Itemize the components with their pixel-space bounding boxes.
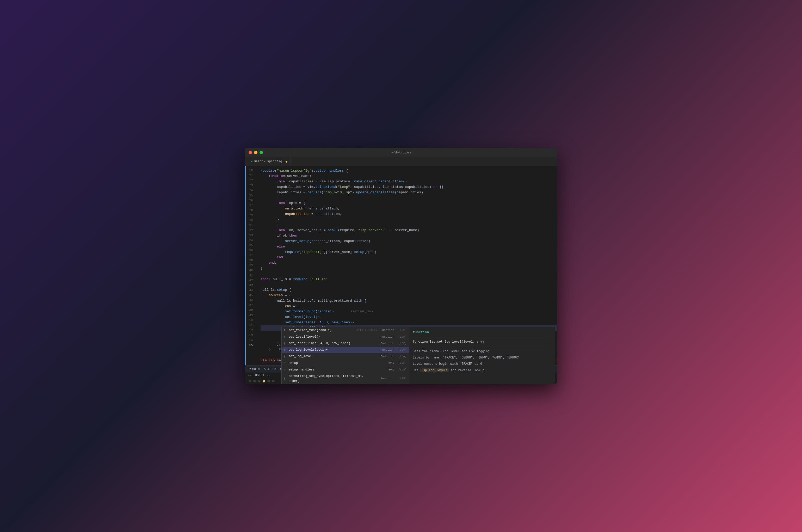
ln-33: 33 bbox=[245, 233, 253, 238]
ac-kind-3: Function bbox=[380, 348, 394, 353]
code-line-42: null_ls.setup { bbox=[261, 287, 557, 293]
ac-item-3[interactable]: ƒ set_log_level(level)~ Function [LSP] bbox=[282, 347, 409, 353]
status-branch: ⎇ main bbox=[248, 367, 260, 371]
dot-3 bbox=[258, 380, 261, 382]
ln-42: 42 bbox=[245, 278, 253, 283]
file-type-icon: ω bbox=[251, 160, 252, 163]
ln-50: 50 bbox=[245, 318, 253, 323]
code-line-34: else bbox=[261, 244, 557, 250]
ac-name-2: set_lines(lines, A, B, new_lines)~ bbox=[288, 341, 378, 346]
window-title: ~/dotfiles bbox=[391, 151, 411, 154]
ac-item-1[interactable]: ƒ set_level(level)~ Function [LSP] bbox=[282, 334, 409, 340]
ln-41: 41 bbox=[245, 273, 253, 278]
ac-item-0[interactable]: ƒ set_format_func(handle)~ PRETTIER_ONLY… bbox=[282, 327, 409, 334]
detail-desc-4: Use lsp.log_levels for reverse lookup. bbox=[413, 368, 551, 373]
tab-mason-lspconfig[interactable]: ω mason-lspconfig… bbox=[248, 157, 291, 166]
code-line-44: null_ls.builtins.formatting.prettierd.wi… bbox=[261, 298, 557, 304]
ac-source-2: [LSP] bbox=[396, 341, 407, 346]
minimize-button[interactable] bbox=[254, 151, 257, 154]
code-line-46: set_format_func(handle)~ PRETTIER_ONLY bbox=[261, 309, 557, 315]
ac-item-6[interactable]: π setup_handlers Text [BUF] bbox=[282, 366, 409, 373]
code-line-28: capabilities = capabilities, bbox=[261, 212, 557, 217]
ac-kind-4: Function bbox=[380, 354, 394, 359]
ac-kind-1: Function bbox=[380, 335, 394, 340]
ln-55: 55 bbox=[245, 343, 253, 348]
ac-source-1: [LSP] bbox=[396, 335, 407, 340]
dot-1 bbox=[249, 380, 251, 382]
code-line-43: sources = { bbox=[261, 293, 557, 298]
ln-26: 26 bbox=[245, 198, 253, 203]
code-line-24: capabilities = require("cmp_nvim_lsp").u… bbox=[261, 190, 557, 195]
ln-52: 52 bbox=[245, 328, 253, 333]
ac-kind-6: Text bbox=[381, 367, 394, 372]
detail-signature: function lsp.set_log_level(level: any) bbox=[413, 340, 551, 344]
function-icon: ƒ bbox=[284, 328, 286, 333]
code-line-45: env = { bbox=[261, 304, 557, 309]
line-numbers: 20 21 22 23 24 25 26 27 28 29 30 31 32 3… bbox=[245, 166, 257, 365]
ln-38: 38 bbox=[245, 258, 253, 263]
ln-27: 27 bbox=[245, 203, 253, 208]
ac-kind-0: Function bbox=[380, 328, 394, 333]
maximize-button[interactable] bbox=[260, 151, 263, 154]
ln-54: 54 bbox=[245, 338, 253, 343]
code-line-35: require("lspconfig")[server_name].setup(… bbox=[261, 250, 557, 255]
function-icon-4: ƒ bbox=[284, 354, 286, 359]
file-edit-icon: ✎ bbox=[264, 367, 266, 371]
unsaved-indicator bbox=[286, 161, 287, 163]
ln-32: 32 bbox=[245, 228, 253, 233]
ac-item-4[interactable]: ƒ set_log_level Function [Lua] bbox=[282, 353, 409, 360]
dot-5 bbox=[267, 380, 270, 382]
ln-35: 35 bbox=[245, 243, 253, 248]
code-line-22: local capabilities = vim.lsp.protocol.ma… bbox=[261, 179, 557, 185]
ln-37: 37 bbox=[245, 253, 253, 258]
ln-39: 39 bbox=[245, 263, 253, 268]
editor-area: 20 21 22 23 24 25 26 27 28 29 30 31 32 3… bbox=[245, 166, 557, 365]
function-icon-3: ƒ bbox=[284, 348, 286, 353]
ac-name-3: set_log_level(level)~ bbox=[288, 347, 378, 353]
ln-31: 31 bbox=[245, 223, 253, 228]
ac-source-7: [LSP] bbox=[396, 377, 407, 381]
ln-25: 25 bbox=[245, 193, 253, 198]
code-line-26: local opts = { bbox=[261, 201, 557, 206]
left-indicator bbox=[245, 166, 246, 365]
ac-source-0: [LSP] bbox=[396, 328, 407, 333]
ac-item-7[interactable]: ƒ formatting_seq_sync(options, timeout_m… bbox=[282, 373, 409, 384]
ln-28: 28 bbox=[245, 208, 253, 213]
close-button[interactable] bbox=[249, 151, 252, 154]
ac-source-3: [LSP] bbox=[396, 348, 407, 353]
code-line-33: server_setup(enhance_attach, capabilitie… bbox=[261, 239, 557, 244]
code-line-48: set_lines(lines, A, B, new_lines)~ bbox=[261, 320, 557, 325]
detail-desc-1: Sets the global log level for LSP loggin… bbox=[413, 349, 551, 354]
code-line-23: capabilities = vim.tbl_extend("keep", ca… bbox=[261, 185, 557, 190]
ln-30: 30 bbox=[245, 218, 253, 223]
ln-36: 36 bbox=[245, 248, 253, 253]
ac-suffix-0: PRETTIER_ONLY bbox=[357, 328, 377, 332]
branch-icon: ⎇ bbox=[248, 367, 251, 371]
ac-name-7: formatting_seq_sync(options, timeout_ms,… bbox=[288, 374, 378, 384]
ac-item-5[interactable]: π setup Text [BUF] bbox=[282, 360, 409, 366]
ac-kind-5: Text bbox=[381, 361, 394, 365]
ln-34: 34 bbox=[245, 238, 253, 243]
ac-item-2[interactable]: ƒ set_lines(lines, A, B, new_lines)~ Fun… bbox=[282, 340, 409, 347]
ln-24: 24 bbox=[245, 188, 253, 193]
ac-kind-7: Function bbox=[380, 377, 394, 381]
editor-window: ~/dotfiles ω mason-lspconfig… 20 21 22 2… bbox=[245, 148, 557, 384]
ln-22: 22 bbox=[245, 178, 253, 183]
detail-desc-2: Levels by name: "TRACE", "DEBUG", "INFO"… bbox=[413, 355, 551, 360]
autocomplete-popup: ƒ set_format_func(handle)~ PRETTIER_ONLY… bbox=[281, 327, 555, 384]
ln-44: 44 bbox=[245, 288, 253, 293]
traffic-lights bbox=[249, 151, 263, 154]
code-line-40: local null_ls = require "null-ls" bbox=[261, 277, 557, 282]
titlebar: ~/dotfiles bbox=[245, 148, 557, 157]
ln-43: 43 bbox=[245, 283, 253, 288]
ln-47: 47 bbox=[245, 303, 253, 308]
code-line-20: require("mason-lspconfig").setup_handler… bbox=[261, 168, 557, 174]
detail-divider-2 bbox=[413, 347, 551, 347]
ln-48: 48 bbox=[245, 308, 253, 313]
branch-name: main bbox=[252, 367, 260, 371]
ln-45: 45 bbox=[245, 293, 253, 298]
autocomplete-list[interactable]: ƒ set_format_func(handle)~ PRETTIER_ONLY… bbox=[281, 327, 409, 384]
ac-name-6: setup_handlers bbox=[288, 367, 379, 372]
code-line-41 bbox=[261, 282, 557, 287]
ln-53: 53 bbox=[245, 333, 253, 338]
